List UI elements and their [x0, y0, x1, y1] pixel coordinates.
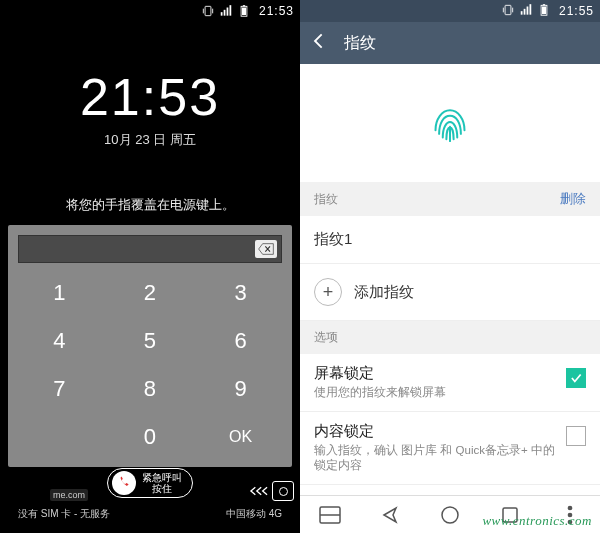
key-7[interactable]: 7 [14, 365, 105, 413]
plus-icon: + [314, 278, 342, 306]
pin-input[interactable] [23, 236, 255, 262]
section-options-label: 选项 [314, 329, 338, 346]
keypad-grid: 1 2 3 4 5 6 7 8 9 0 OK [14, 269, 286, 461]
vibrate-icon [501, 3, 515, 19]
back-button[interactable] [310, 31, 330, 55]
emergency-call-button[interactable]: 紧急呼叫 按住 [107, 468, 193, 498]
backspace-icon [258, 242, 274, 256]
status-bar: 21:53 [0, 0, 300, 22]
clock-block: 21:53 10月 23 日 周五 [0, 67, 300, 149]
option-content-lock[interactable]: 内容锁定 输入指纹，确认 图片库 和 Quick备忘录+ 中的锁定内容 [300, 412, 600, 485]
key-1[interactable]: 1 [14, 269, 105, 317]
page-title: 指纹 [344, 33, 376, 54]
svg-rect-11 [527, 7, 529, 15]
phone-icon [112, 471, 136, 495]
emergency-line1: 紧急呼叫 [142, 472, 182, 483]
fingerprint-item-label: 指纹1 [314, 230, 352, 249]
svg-rect-12 [529, 4, 531, 15]
option-content-lock-checkbox[interactable] [566, 426, 586, 446]
emergency-line2: 按住 [142, 483, 182, 494]
arrow-left-icon [310, 31, 330, 51]
svg-rect-15 [542, 7, 546, 15]
fingerprint-illustration [300, 64, 600, 182]
status-bar: 21:55 [300, 0, 600, 22]
option-content-lock-title: 内容锁定 [314, 422, 556, 441]
option-screen-lock[interactable]: 屏幕锁定 使用您的指纹来解锁屏幕 [300, 354, 600, 412]
clock-date: 10月 23 日 周五 [0, 131, 300, 149]
key-9[interactable]: 9 [195, 365, 286, 413]
option-screen-lock-sub: 使用您的指纹来解锁屏幕 [314, 385, 556, 401]
vibrate-icon [201, 4, 215, 18]
svg-rect-4 [229, 5, 231, 16]
fingerprint-hint: 将您的手指覆盖在电源键上。 [0, 197, 300, 214]
add-fingerprint-label: 添加指纹 [354, 283, 414, 302]
battery-icon [237, 4, 251, 18]
watermark: www.cntronics.com [482, 513, 592, 529]
fingerprint-icon [421, 94, 479, 152]
svg-rect-2 [224, 10, 226, 16]
carrier-right: 中国移动 4G [226, 507, 282, 521]
svg-rect-6 [243, 5, 245, 6]
nav-back[interactable] [373, 502, 407, 528]
camera-launcher[interactable] [248, 481, 294, 501]
option-content-lock-sub: 输入指纹，确认 图片库 和 Quick备忘录+ 中的锁定内容 [314, 443, 556, 474]
settings-phone: 21:55 指纹 指纹 删除 指纹1 + [300, 0, 600, 533]
svg-rect-3 [227, 8, 229, 16]
svg-point-18 [442, 507, 458, 523]
svg-rect-0 [205, 6, 211, 15]
emergency-text: 紧急呼叫 按住 [142, 472, 182, 494]
key-6[interactable]: 6 [195, 317, 286, 365]
key-ok[interactable]: OK [195, 413, 286, 461]
key-5[interactable]: 5 [105, 317, 196, 365]
camera-icon [272, 481, 294, 501]
signal-icon [219, 4, 233, 18]
lockscreen-phone: 21:53 21:53 10月 23 日 周五 将您的手指覆盖在电源键上。 1 … [0, 0, 300, 533]
statusbar-time: 21:53 [259, 4, 294, 18]
pin-display [18, 235, 282, 263]
key-4[interactable]: 4 [14, 317, 105, 365]
option-screen-lock-checkbox[interactable] [566, 368, 586, 388]
carrier-row: 没有 SIM 卡 - 无服务 中国移动 4G [0, 507, 300, 521]
section-fingerprints: 指纹 删除 [300, 182, 600, 216]
key-blank [14, 413, 105, 461]
signal-icon [519, 3, 533, 19]
nav-home[interactable] [433, 502, 467, 528]
carrier-left: 没有 SIM 卡 - 无服务 [18, 507, 110, 521]
section-fingerprints-label: 指纹 [314, 191, 338, 208]
key-3[interactable]: 3 [195, 269, 286, 317]
check-icon [569, 371, 583, 385]
app-bar: 指纹 [300, 22, 600, 64]
statusbar-time: 21:55 [559, 4, 594, 18]
add-fingerprint-button[interactable]: + 添加指纹 [300, 264, 600, 321]
svg-rect-8 [505, 5, 511, 14]
key-8[interactable]: 8 [105, 365, 196, 413]
svg-point-20 [568, 506, 571, 509]
delete-button[interactable]: 删除 [560, 190, 586, 208]
chevrons-left-icon [248, 484, 270, 498]
battery-icon [537, 3, 551, 19]
clock-time: 21:53 [0, 67, 300, 127]
key-2[interactable]: 2 [105, 269, 196, 317]
section-options: 选项 [300, 321, 600, 354]
backspace-button[interactable] [255, 240, 277, 258]
svg-rect-1 [221, 12, 223, 16]
fingerprint-item-1[interactable]: 指纹1 [300, 216, 600, 264]
svg-rect-9 [521, 11, 523, 15]
key-0[interactable]: 0 [105, 413, 196, 461]
nav-dual-window[interactable] [313, 502, 347, 528]
pin-keypad-panel: 1 2 3 4 5 6 7 8 9 0 OK [8, 225, 292, 467]
option-screen-lock-title: 屏幕锁定 [314, 364, 556, 383]
svg-rect-14 [543, 4, 545, 5]
svg-rect-7 [242, 8, 246, 16]
svg-rect-10 [524, 9, 526, 15]
